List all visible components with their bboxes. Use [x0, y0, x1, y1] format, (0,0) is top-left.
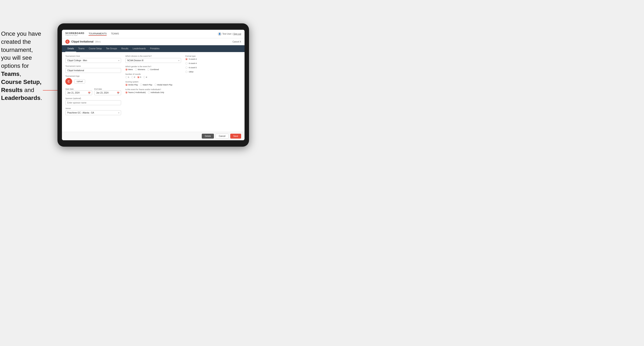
start-date-section: Start date 📅	[65, 87, 92, 97]
end-date-wrapper: 📅	[94, 90, 121, 95]
tab-printables[interactable]: Printables	[148, 45, 162, 52]
host-label: Tournament Host	[65, 55, 121, 57]
teams-individuals-option[interactable]: Individuals Only	[148, 91, 164, 94]
scoring-match-option[interactable]: Match Play	[140, 84, 152, 86]
end-date-label: End date	[94, 88, 102, 90]
nav-link-teams[interactable]: TEAMS	[111, 32, 119, 36]
teams-teams-option[interactable]: Teams (+Individuals)	[125, 91, 146, 94]
logo-text: SCOREBOARD	[65, 32, 84, 34]
scoring-stroke-option[interactable]: Stroke Play	[125, 84, 138, 86]
upload-button[interactable]: Upload	[74, 79, 85, 84]
gender-womens-option[interactable]: Womens	[135, 68, 145, 71]
gender-combined-radio[interactable]	[147, 68, 150, 71]
logo-area: SCOREBOARD Powered by clippd	[65, 32, 84, 36]
format-6count4-option[interactable]: 6 count 4	[185, 62, 241, 64]
division-dropdown[interactable]: NCAA Division III	[125, 58, 181, 63]
teams-individuals-radio[interactable]	[148, 91, 150, 94]
tab-leaderboards[interactable]: Leaderboards	[130, 45, 148, 52]
main-content: Tournament Host Clippd College - Men Tou…	[62, 52, 244, 132]
tab-tee-groups[interactable]: Tee Groups	[104, 45, 119, 52]
division-label: Which division is the event for?	[125, 55, 181, 57]
tab-bar: Details Teams Course Setup Tee Groups Re…	[62, 45, 244, 52]
tournament-icon: C	[65, 39, 70, 44]
user-area: 👤 Test User | Sign out	[218, 32, 241, 36]
action-bar: Delete Cancel Save	[62, 132, 244, 140]
rounds-radio-group: 1 2 3 4	[125, 76, 181, 78]
format-other-radio[interactable]	[185, 71, 188, 73]
venue-value: Peachtree GC - Atlanta - GA	[65, 110, 121, 115]
format-6count5-radio[interactable]	[185, 66, 188, 69]
scoring-medal-radio[interactable]	[154, 84, 157, 86]
gender-mens-option[interactable]: Mens	[125, 68, 133, 71]
end-date-section: End date 📅	[94, 87, 121, 97]
tab-details[interactable]: Details	[65, 45, 76, 52]
scoring-medal-option[interactable]: Medal Match Play	[154, 84, 172, 86]
tab-course-setup[interactable]: Course Setup	[86, 45, 104, 52]
rounds-label: Number of rounds	[125, 73, 181, 75]
nav-link-tournaments[interactable]: TOURNAMENTS	[88, 32, 106, 36]
format-6count5-option[interactable]: 6 count 5	[185, 66, 241, 69]
tournament-name: Clippd Invitational	[71, 40, 94, 43]
tab-results[interactable]: Results	[119, 45, 130, 52]
gender-womens-radio[interactable]	[135, 68, 137, 71]
instruction-text: Once you have created the tournament, yo…	[0, 30, 49, 102]
end-date-input[interactable]	[94, 90, 121, 95]
rounds-3-radio[interactable]	[137, 76, 140, 78]
venue-dropdown[interactable]: Peachtree GC - Atlanta - GA	[65, 110, 121, 115]
tournament-header: C Clippd Invitational (Men) Cancel X	[62, 38, 244, 45]
top-nav: SCOREBOARD Powered by clippd TOURNAMENTS…	[62, 30, 244, 38]
nav-links: TOURNAMENTS TEAMS	[88, 32, 218, 36]
format-label: Format type	[185, 55, 241, 57]
name-label: Tournament name	[65, 65, 121, 67]
gender-label: Which gender is the event for?	[125, 65, 181, 68]
logo-sub: Powered by clippd	[65, 34, 84, 36]
format-5count4-radio[interactable]	[185, 58, 188, 60]
middle-column: Which division is the event for? NCAA Di…	[125, 55, 181, 117]
teams-teams-radio[interactable]	[125, 91, 128, 94]
logo-label: Tournament logo	[65, 75, 121, 77]
rounds-3-option[interactable]: 3	[137, 76, 141, 78]
sponsor-input[interactable]	[65, 100, 121, 105]
left-column: Tournament Host Clippd College - Men Tou…	[65, 55, 121, 117]
rounds-4-option[interactable]: 4	[143, 76, 147, 78]
sign-out-link[interactable]: Sign out	[233, 33, 241, 35]
tablet-screen: SCOREBOARD Powered by clippd TOURNAMENTS…	[62, 30, 244, 140]
logo-upload-area: C Upload	[65, 78, 121, 85]
rounds-2-radio[interactable]	[131, 76, 134, 78]
cancel-header-button[interactable]: Cancel X	[232, 41, 241, 43]
form-grid: Tournament Host Clippd College - Men Tou…	[65, 55, 241, 117]
rounds-1-option[interactable]: 1	[125, 76, 129, 78]
host-dropdown[interactable]: Clippd College - Men	[65, 58, 121, 63]
tournament-title-row: C Clippd Invitational (Men)	[65, 39, 101, 44]
tournament-subtitle: (Men)	[95, 41, 101, 43]
format-other-option[interactable]: Other	[185, 71, 241, 73]
start-date-label: Start date	[65, 88, 74, 90]
format-type-section: 5 count 4 6 count 4 6 count 5 Other	[185, 58, 241, 73]
format-5count4-option[interactable]: 5 count 4	[185, 58, 241, 60]
scoring-match-radio[interactable]	[140, 84, 142, 86]
division-value: NCAA Division III	[125, 58, 181, 63]
gender-combined-option[interactable]: Combined	[147, 68, 159, 71]
start-date-wrapper: 📅	[65, 90, 92, 95]
right-column: Format type 5 count 4 6 count 4 6 cou	[185, 55, 241, 117]
save-button[interactable]: Save	[230, 134, 241, 139]
rounds-1-radio[interactable]	[125, 76, 128, 78]
scoring-label: Scoring system	[125, 81, 181, 83]
tab-teams[interactable]: Teams	[76, 45, 86, 52]
teams-radio-group: Teams (+Individuals) Individuals Only	[125, 91, 181, 94]
teams-label: Is this event for Teams and/or Individua…	[125, 88, 181, 91]
rounds-4-radio[interactable]	[143, 76, 145, 78]
delete-button[interactable]: Delete	[202, 134, 214, 139]
start-date-input[interactable]	[65, 90, 92, 95]
cancel-button[interactable]: Cancel	[216, 134, 228, 139]
rounds-2-option[interactable]: 2	[131, 76, 135, 78]
sponsor-label: Sponsor (optional)	[65, 97, 121, 99]
format-6count4-radio[interactable]	[185, 62, 188, 64]
gender-mens-radio[interactable]	[125, 68, 128, 71]
logo-preview: C	[65, 78, 72, 85]
scoring-stroke-radio[interactable]	[125, 84, 128, 86]
venue-label: Venue	[65, 107, 121, 109]
gender-radio-group: Mens Womens Combined	[125, 68, 181, 71]
user-label: Test User |	[222, 33, 232, 35]
tournament-name-input[interactable]	[65, 68, 121, 73]
